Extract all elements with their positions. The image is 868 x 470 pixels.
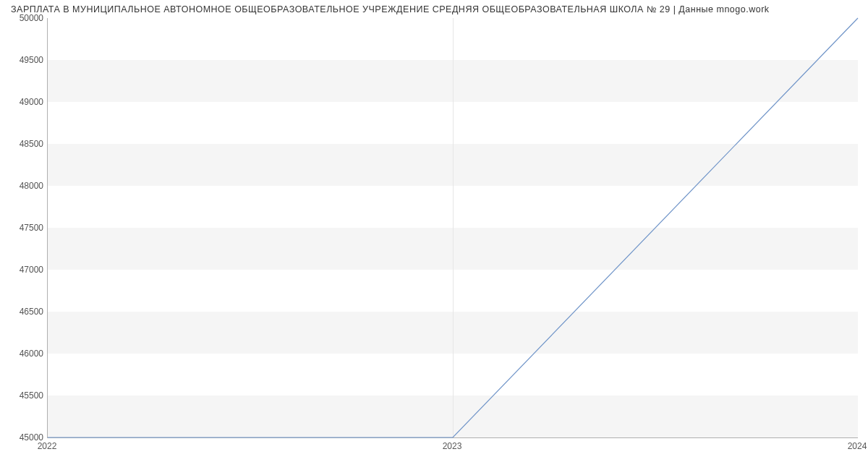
y-tick-label: 50000	[4, 13, 43, 23]
x-tick-label: 2022	[38, 441, 57, 451]
plot-area	[47, 18, 858, 438]
y-tick-label: 46500	[4, 307, 43, 317]
chart-container: ЗАРПЛАТА В МУНИЦИПАЛЬНОЕ АВТОНОМНОЕ ОБЩЕ…	[0, 0, 868, 470]
y-tick-label: 47000	[4, 265, 43, 275]
x-tick-label: 2024	[848, 441, 867, 451]
y-tick-label: 47500	[4, 223, 43, 233]
y-tick-label: 49500	[4, 55, 43, 65]
y-tick-label: 46000	[4, 349, 43, 359]
line-series	[48, 18, 858, 437]
x-tick-label: 2023	[443, 441, 462, 451]
y-tick-label: 48500	[4, 139, 43, 149]
y-tick-label: 45500	[4, 390, 43, 401]
y-tick-label: 49000	[4, 97, 43, 107]
chart-title: ЗАРПЛАТА В МУНИЦИПАЛЬНОЕ АВТОНОМНОЕ ОБЩЕ…	[11, 4, 770, 14]
y-tick-label: 48000	[4, 181, 43, 191]
data-line	[48, 18, 858, 437]
